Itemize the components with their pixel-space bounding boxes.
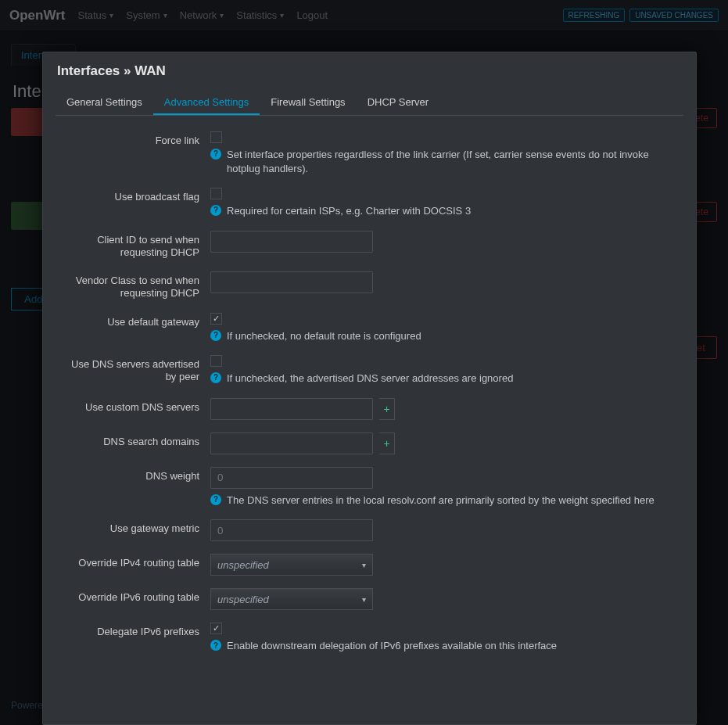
- dns-weight-label: DNS weight: [59, 467, 210, 483]
- modal-title: Interfaces » WAN: [57, 63, 682, 79]
- default-gateway-help: If unchecked, no default route is config…: [227, 329, 421, 343]
- delegate-ipv6-checkbox[interactable]: [210, 623, 222, 634]
- help-icon: ?: [210, 640, 221, 651]
- force-link-label: Force link: [59, 131, 210, 147]
- help-icon: ?: [210, 149, 221, 160]
- gateway-metric-input[interactable]: [210, 519, 373, 541]
- dns-weight-help: The DNS server entries in the local reso…: [227, 494, 654, 508]
- delegate-ipv6-label: Delegate IPv6 prefixes: [59, 623, 210, 638]
- add-search-domain-button[interactable]: +: [379, 432, 395, 454]
- default-gateway-label: Use default gateway: [59, 313, 210, 328]
- broadcast-help: Required for certain ISPs, e.g. Charter …: [227, 204, 471, 218]
- ipv4-table-select[interactable]: unspecified▾: [210, 554, 373, 576]
- client-id-input[interactable]: [210, 231, 373, 253]
- add-dns-button[interactable]: +: [379, 398, 395, 420]
- tab-advanced-settings[interactable]: Advanced Settings: [153, 90, 260, 115]
- broadcast-checkbox[interactable]: [210, 188, 222, 199]
- force-link-checkbox[interactable]: [210, 131, 222, 143]
- help-icon: ?: [210, 372, 221, 383]
- peer-dns-help: If unchecked, the advertised DNS server …: [227, 371, 513, 386]
- peer-dns-checkbox[interactable]: [210, 355, 222, 367]
- help-icon: ?: [210, 494, 221, 505]
- dns-weight-input[interactable]: [210, 467, 373, 489]
- ipv6-table-select[interactable]: unspecified▾: [210, 588, 373, 610]
- peer-dns-label: Use DNS servers advertised by peer: [59, 355, 210, 384]
- tab-general-settings[interactable]: General Settings: [56, 90, 153, 115]
- chevron-down-icon: ▾: [362, 595, 366, 604]
- custom-dns-input[interactable]: [210, 398, 373, 420]
- tab-dhcp-server[interactable]: DHCP Server: [357, 90, 440, 115]
- help-icon: ?: [210, 330, 221, 341]
- ipv6-table-label: Override IPv6 routing table: [59, 588, 210, 604]
- client-id-label: Client ID to send when requesting DHCP: [59, 231, 210, 260]
- delegate-ipv6-help: Enable downstream delegation of IPv6 pre…: [227, 639, 557, 653]
- dns-search-label: DNS search domains: [59, 432, 210, 448]
- help-icon: ?: [210, 205, 221, 216]
- chevron-down-icon: ▾: [362, 561, 366, 569]
- advanced-settings-form: Force link ?Set interface properties reg…: [43, 116, 696, 717]
- gateway-metric-label: Use gateway metric: [59, 519, 210, 535]
- interface-modal: Interfaces » WAN General Settings Advanc…: [42, 52, 697, 725]
- default-gateway-checkbox[interactable]: [210, 313, 222, 325]
- ipv4-table-label: Override IPv4 routing table: [59, 554, 210, 569]
- vendor-class-input[interactable]: [210, 271, 373, 293]
- dns-search-input[interactable]: [210, 432, 373, 454]
- tab-firewall-settings[interactable]: Firewall Settings: [260, 90, 356, 115]
- modal-tabs: General Settings Advanced Settings Firew…: [56, 90, 683, 116]
- force-link-help: Set interface properties regardless of t…: [227, 148, 680, 175]
- custom-dns-label: Use custom DNS servers: [59, 398, 210, 414]
- vendor-class-label: Vendor Class to send when requesting DHC…: [59, 271, 210, 300]
- broadcast-label: Use broadcast flag: [59, 188, 210, 203]
